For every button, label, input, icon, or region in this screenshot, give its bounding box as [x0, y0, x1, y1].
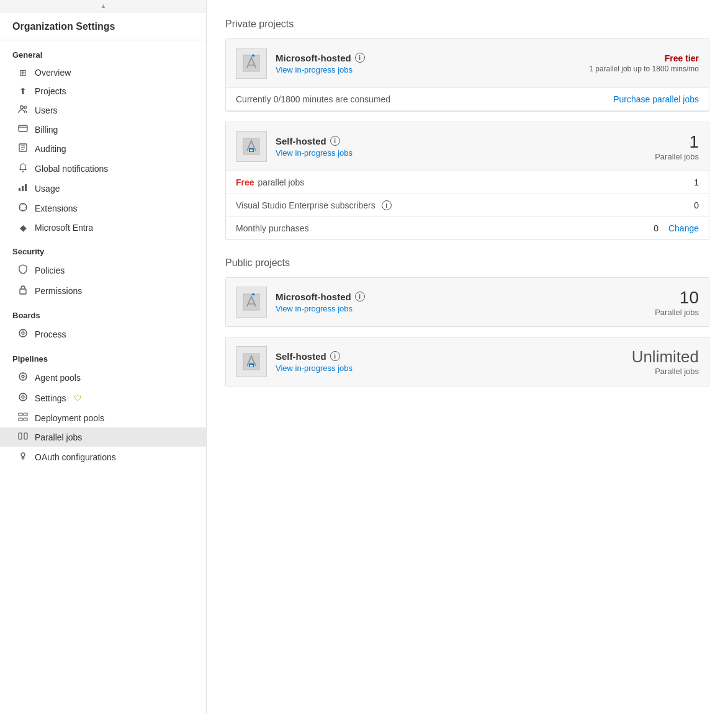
svg-rect-19 [19, 433, 22, 439]
sidebar-item-label: Auditing [35, 144, 66, 154]
free-text: Free [236, 177, 254, 187]
public-sh-info-circle[interactable]: i [330, 351, 340, 361]
sidebar-item-overview[interactable]: ⊞ Overview [0, 63, 206, 82]
vs-info-circle[interactable]: i [382, 200, 392, 210]
private-mh-info: Microsoft-hosted i View in-progress jobs [276, 53, 589, 74]
private-sh-info: Self-hosted i View in-progress jobs [276, 136, 600, 158]
process-icon [17, 328, 29, 340]
sidebar-item-settings[interactable]: Settings 🛡 [0, 388, 206, 408]
public-mh-parallel-count: 10 [600, 288, 699, 308]
sidebar-item-label: Global notifications [35, 164, 108, 174]
private-mh-consumed-label: Currently 0/1800 minutes are consumed [236, 94, 390, 104]
public-sh-link[interactable]: View in-progress jobs [276, 364, 600, 373]
private-sh-free-row: Free parallel jobs 1 [226, 171, 709, 194]
auditing-icon [17, 143, 29, 154]
public-mh-link[interactable]: View in-progress jobs [276, 304, 600, 313]
public-mh-info-circle[interactable]: i [355, 292, 365, 301]
private-mh-link[interactable]: View in-progress jobs [276, 65, 589, 74]
private-sh-info-circle[interactable]: i [330, 136, 340, 146]
sidebar-item-auditing[interactable]: Auditing [0, 139, 206, 158]
settings-badge-icon: 🛡 [74, 394, 81, 403]
public-mh-parallel-label: Parallel jobs [600, 308, 699, 317]
public-sh-parallel-label: Parallel jobs [600, 367, 699, 376]
svg-point-21 [21, 453, 25, 457]
public-mh-status: 10 Parallel jobs [600, 288, 699, 317]
sidebar-item-projects[interactable]: ⬆ Projects [0, 82, 206, 100]
extensions-icon [17, 202, 29, 214]
sidebar-item-agent-pools[interactable]: Agent pools [0, 367, 206, 388]
svg-rect-20 [24, 433, 27, 439]
svg-rect-18 [24, 418, 27, 421]
sidebar-item-microsoft-entra[interactable]: ◆ Microsoft Entra [0, 218, 206, 237]
sidebar-item-label: Deployment pools [35, 413, 104, 423]
sidebar-item-label: Process [35, 329, 66, 339]
private-sh-status: 1 Parallel jobs [600, 132, 699, 161]
sidebar-item-global-notifications[interactable]: Global notifications [0, 158, 206, 179]
svg-rect-33 [250, 365, 253, 367]
sidebar-item-label: OAuth configurations [35, 452, 116, 462]
svg-rect-16 [24, 413, 27, 416]
sidebar-item-label: Agent pools [35, 373, 81, 383]
private-mh-name: Microsoft-hosted i [276, 53, 589, 63]
sidebar-item-billing[interactable]: Billing [0, 120, 206, 139]
svg-rect-27 [250, 149, 253, 151]
private-sh-vs-value: 0 [662, 200, 699, 210]
private-sh-parallel-count: 1 [600, 132, 699, 152]
sidebar-item-label: Settings [35, 393, 66, 403]
private-microsoft-hosted-card: Microsoft-hosted i View in-progress jobs… [225, 38, 709, 112]
private-sh-parallel-label: Parallel jobs [600, 152, 699, 161]
private-sh-free-label: Free parallel jobs [236, 177, 662, 187]
svg-rect-5 [22, 186, 24, 191]
svg-point-10 [22, 332, 24, 334]
private-mh-tier-desc: 1 parallel job up to 1800 mins/mo [589, 65, 699, 73]
sidebar-item-policies[interactable]: Policies [0, 260, 206, 280]
boards-section-header: Boards [0, 301, 206, 324]
private-sh-header-row: Self-hosted i View in-progress jobs 1 Pa… [226, 122, 709, 171]
private-sh-link[interactable]: View in-progress jobs [276, 148, 600, 158]
svg-point-1 [24, 106, 27, 109]
sidebar-item-users[interactable]: Users [0, 100, 206, 120]
public-mh-name: Microsoft-hosted i [276, 292, 600, 302]
sidebar-item-label: Projects [35, 86, 66, 96]
sidebar-item-label: Extensions [35, 203, 77, 213]
private-sh-icon [236, 131, 267, 162]
public-sh-info: Self-hosted i View in-progress jobs [276, 351, 600, 373]
sidebar-item-permissions[interactable]: Permissions [0, 280, 206, 301]
svg-point-14 [22, 396, 24, 398]
public-projects-title: Public projects [225, 257, 709, 269]
private-sh-vs-label: Visual Studio Enterprise subscribers i [236, 200, 662, 210]
sidebar-item-deployment-pools[interactable]: Deployment pools [0, 408, 206, 427]
private-mh-info-circle[interactable]: i [355, 53, 365, 63]
public-sh-status: Unlimited Parallel jobs [600, 347, 699, 376]
private-sh-monthly-value: 0 Change [654, 223, 699, 233]
private-mh-icon [236, 48, 267, 79]
agent-pools-icon [17, 372, 29, 383]
pipelines-section-header: Pipelines [0, 344, 206, 367]
sidebar-item-process[interactable]: Process [0, 324, 206, 344]
private-mh-tier-label: Free tier [589, 53, 699, 63]
public-sh-icon [236, 346, 267, 377]
overview-icon: ⊞ [17, 68, 29, 78]
private-mh-header-row: Microsoft-hosted i View in-progress jobs… [226, 39, 709, 88]
change-monthly-link[interactable]: Change [668, 223, 699, 233]
sidebar-item-oauth-configurations[interactable]: OAuth configurations [0, 447, 206, 467]
sidebar-item-usage[interactable]: Usage [0, 179, 206, 198]
private-self-hosted-card: Self-hosted i View in-progress jobs 1 Pa… [225, 122, 709, 240]
sidebar-item-extensions[interactable]: Extensions [0, 198, 206, 218]
purchase-parallel-jobs-link[interactable]: Purchase parallel jobs [613, 94, 699, 104]
oauth-icon [17, 451, 29, 463]
svg-point-0 [20, 106, 24, 109]
microsoft-entra-icon: ◆ [17, 223, 29, 233]
sidebar-item-label: Users [35, 105, 58, 115]
private-projects-title: Private projects [225, 19, 709, 30]
projects-icon: ⬆ [17, 86, 29, 96]
users-icon [17, 105, 29, 115]
sidebar-item-label: Billing [35, 125, 58, 135]
private-sh-monthly-row: Monthly purchases 0 Change [226, 217, 709, 239]
private-sh-vs-row: Visual Studio Enterprise subscribers i 0 [226, 194, 709, 217]
security-section-header: Security [0, 237, 206, 260]
svg-point-12 [22, 375, 24, 378]
sidebar-item-label: Permissions [35, 286, 82, 296]
sidebar-item-parallel-jobs[interactable]: Parallel jobs [0, 427, 206, 447]
parallel-jobs-icon [17, 432, 29, 442]
